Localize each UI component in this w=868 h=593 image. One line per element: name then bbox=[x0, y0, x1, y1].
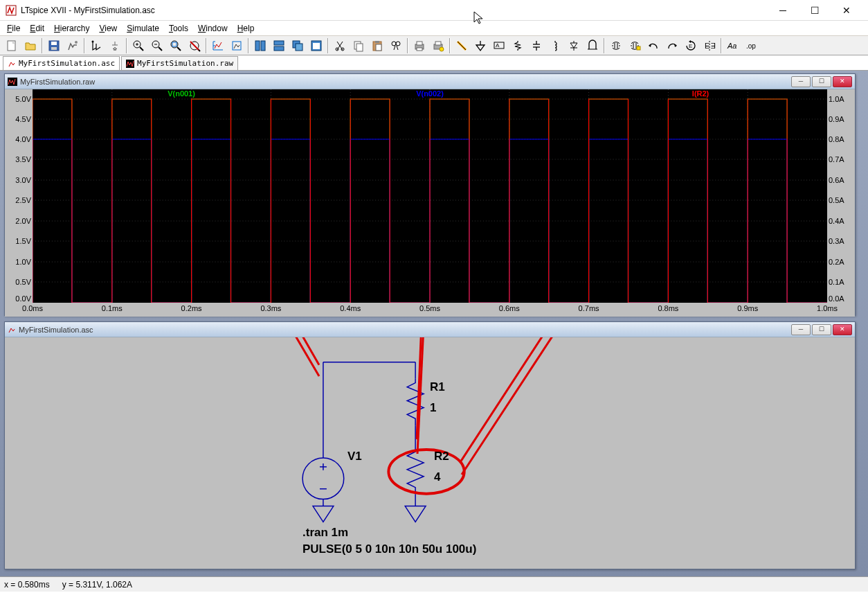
cut-button[interactable] bbox=[331, 37, 349, 54]
directive-tran[interactable]: .tran 1m bbox=[302, 526, 348, 540]
undo-button[interactable] bbox=[644, 37, 662, 54]
svg-rect-8 bbox=[114, 48, 116, 51]
svg-rect-26 bbox=[274, 46, 284, 51]
window-titlebar: LTspice XVII - MyFirstSimulation.asc ─ ☐… bbox=[0, 0, 868, 21]
tab-schematic[interactable]: MyFirstSimulation.asc bbox=[3, 56, 120, 70]
waveform-plot[interactable]: V(n001) V(n002) I(R2) bbox=[33, 89, 827, 303]
autorange-button[interactable] bbox=[186, 37, 204, 54]
schematic-canvas[interactable]: V1 R1 1 R2 4 .tran 1m PULSE(0 5 0 10n 10… bbox=[5, 337, 855, 569]
capacitor-button[interactable] bbox=[527, 37, 545, 54]
autorange-y-button[interactable] bbox=[228, 37, 246, 54]
menu-tools[interactable]: Tools bbox=[165, 22, 192, 35]
schematic-icon bbox=[8, 326, 16, 334]
menu-edit[interactable]: Edit bbox=[26, 22, 48, 35]
tab-label: MyFirstSimulation.raw bbox=[137, 59, 233, 68]
waveform-window-title: MyFirstSimulation.raw bbox=[20, 78, 95, 86]
tab-waveform[interactable]: MyFirstSimulation.raw bbox=[121, 56, 238, 70]
ground-button[interactable] bbox=[471, 37, 489, 54]
x-axis[interactable]: 0.0ms 0.1ms 0.2ms 0.3ms 0.4ms 0.5ms 0.6m… bbox=[33, 303, 827, 317]
zoom-full-button[interactable] bbox=[167, 37, 185, 54]
run-button[interactable] bbox=[87, 37, 105, 54]
rotate-button[interactable]: E bbox=[682, 37, 700, 54]
svg-point-38 bbox=[392, 42, 396, 46]
directive-pulse[interactable]: PULSE(0 5 0 10n 10n 50u 100u) bbox=[302, 542, 476, 556]
label-v1[interactable]: V1 bbox=[347, 450, 362, 463]
copy-button[interactable] bbox=[350, 37, 368, 54]
y-axis-left[interactable]: 5.0V 4.5V 4.0V 3.5V 3.0V 2.5V 2.0V 1.5V … bbox=[5, 89, 33, 303]
save-button[interactable] bbox=[45, 37, 63, 54]
child-minimize-button[interactable]: ─ bbox=[791, 324, 811, 335]
annotation-ellipse bbox=[388, 450, 464, 494]
svg-text:Aa: Aa bbox=[727, 42, 736, 50]
svg-rect-24 bbox=[261, 41, 265, 51]
child-close-button[interactable]: ✕ bbox=[833, 76, 852, 87]
waveform-titlebar[interactable]: MyFirstSimulation.raw ─ ☐ ✕ bbox=[5, 74, 855, 89]
menu-view[interactable]: View bbox=[95, 22, 121, 35]
svg-line-10 bbox=[140, 47, 143, 51]
child-maximize-button[interactable]: ☐ bbox=[812, 324, 831, 335]
trace-label-ir2[interactable]: I(R2) bbox=[692, 89, 709, 98]
inductor-button[interactable] bbox=[546, 37, 564, 54]
svg-line-108 bbox=[461, 337, 694, 461]
paste-button[interactable] bbox=[368, 37, 386, 54]
halt-button[interactable] bbox=[106, 37, 124, 54]
open-button[interactable] bbox=[21, 37, 39, 54]
svg-point-31 bbox=[336, 48, 338, 51]
trace-label-vn002[interactable]: V(n002) bbox=[416, 89, 444, 98]
label-r2-value[interactable]: 4 bbox=[434, 470, 440, 484]
cascade-button[interactable] bbox=[289, 37, 307, 54]
menu-simulate[interactable]: Simulate bbox=[123, 22, 163, 35]
redo-button[interactable] bbox=[663, 37, 681, 54]
child-maximize-button[interactable]: ☐ bbox=[812, 76, 831, 87]
zoom-back-button[interactable] bbox=[148, 37, 166, 54]
zoom-area-button[interactable] bbox=[129, 37, 147, 54]
tile-horiz-button[interactable] bbox=[270, 37, 288, 54]
svg-point-7 bbox=[92, 40, 94, 42]
menu-hierarchy[interactable]: Hierarchy bbox=[50, 22, 93, 35]
child-close-button[interactable]: ✕ bbox=[833, 324, 852, 335]
menubar: File Edit Hierarchy View Simulate Tools … bbox=[0, 21, 868, 36]
pick-visible-traces-button[interactable] bbox=[209, 37, 227, 54]
svg-rect-37 bbox=[376, 44, 381, 51]
status-x: x = 0.580ms bbox=[4, 580, 50, 590]
child-minimize-button[interactable]: ─ bbox=[791, 76, 811, 87]
svg-text:E: E bbox=[705, 42, 709, 50]
menu-help[interactable]: Help bbox=[233, 22, 259, 35]
mirror-button[interactable]: EE bbox=[700, 37, 718, 54]
tile-button[interactable] bbox=[251, 37, 269, 54]
tab-label: MyFirstSimulation.asc bbox=[19, 59, 115, 68]
svg-text:A: A bbox=[496, 42, 500, 48]
svg-line-41 bbox=[397, 46, 398, 50]
find-button[interactable] bbox=[387, 37, 405, 54]
close-button[interactable]: ✕ bbox=[831, 0, 862, 21]
label-r1-name[interactable]: R1 bbox=[430, 380, 445, 394]
spice-directive-button[interactable]: .op bbox=[743, 37, 761, 54]
draw-wire-button[interactable] bbox=[453, 37, 471, 54]
component-button[interactable] bbox=[584, 37, 602, 54]
drag-button[interactable] bbox=[626, 37, 644, 54]
menu-window[interactable]: Window bbox=[194, 22, 232, 35]
svg-rect-43 bbox=[417, 42, 422, 45]
label-r1-value[interactable]: 1 bbox=[430, 401, 436, 415]
minimize-button[interactable]: ─ bbox=[767, 0, 799, 21]
label-r2-name[interactable]: R2 bbox=[434, 450, 449, 463]
menu-file[interactable]: File bbox=[3, 22, 24, 35]
trace-label-vn001[interactable]: V(n001) bbox=[168, 89, 195, 98]
print-button[interactable] bbox=[410, 37, 428, 54]
label-net-button[interactable]: A bbox=[490, 37, 508, 54]
status-y: y = 5.311V, 1.062A bbox=[62, 580, 132, 590]
control-panel-button[interactable] bbox=[64, 37, 82, 54]
schematic-titlebar[interactable]: MyFirstSimulation.asc ─ ☐ ✕ bbox=[5, 322, 855, 337]
svg-marker-49 bbox=[476, 45, 485, 51]
maximize-button[interactable]: ☐ bbox=[799, 0, 831, 21]
move-button[interactable] bbox=[607, 37, 625, 54]
resistor-button[interactable] bbox=[509, 37, 527, 54]
document-tabs: MyFirstSimulation.asc MyFirstSimulation.… bbox=[0, 55, 868, 71]
text-button[interactable]: Aa bbox=[724, 37, 742, 54]
y-axis-right[interactable]: 1.0A 0.9A 0.8A 0.7A 0.6A 0.5A 0.4A 0.3A … bbox=[827, 89, 855, 303]
diode-button[interactable] bbox=[565, 37, 583, 54]
print-setup-button[interactable] bbox=[429, 37, 447, 54]
toolbar: A E EE Aa .op bbox=[0, 36, 868, 55]
new-schematic-button[interactable] bbox=[3, 37, 21, 54]
close-window-button[interactable] bbox=[307, 37, 325, 54]
